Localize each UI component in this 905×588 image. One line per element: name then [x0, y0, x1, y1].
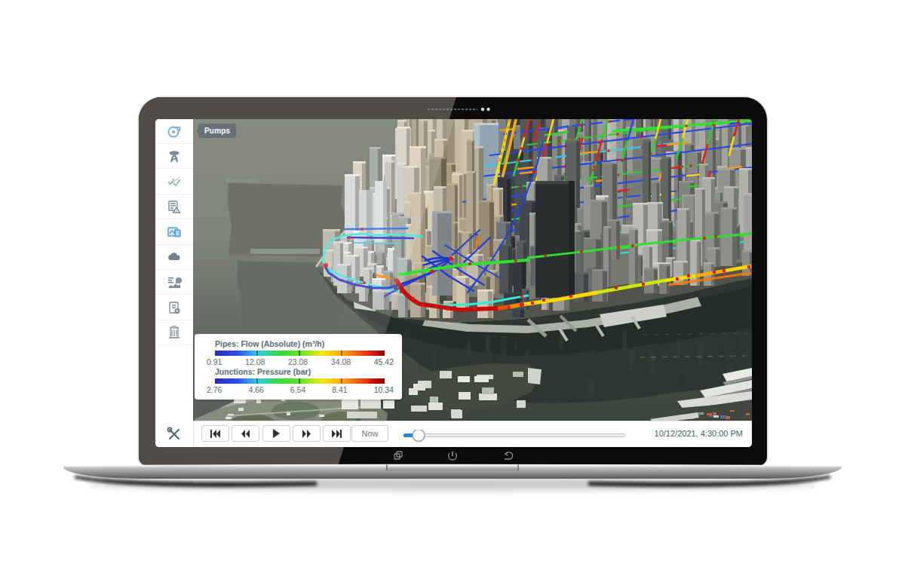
svg-text:!: ! — [176, 209, 177, 213]
